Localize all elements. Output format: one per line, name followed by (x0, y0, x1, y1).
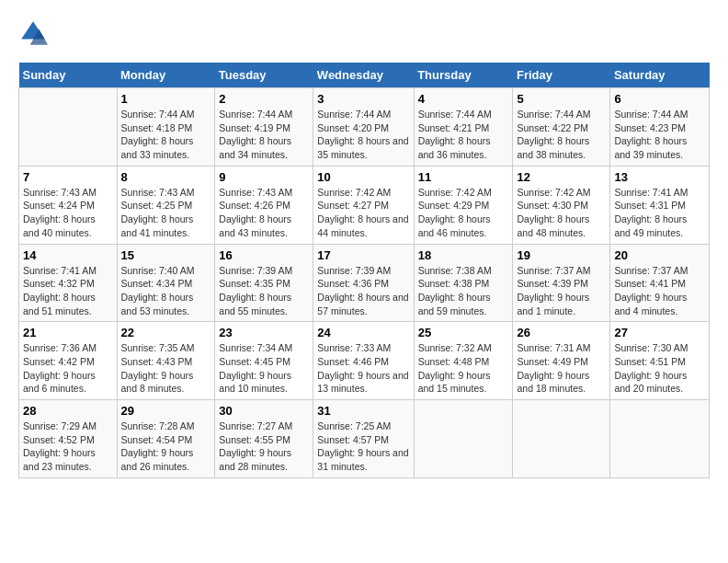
calendar-week-row: 21Sunrise: 7:36 AMSunset: 4:42 PMDayligh… (19, 322, 710, 400)
day-number: 16 (219, 248, 309, 262)
calendar-cell: 20Sunrise: 7:37 AMSunset: 4:41 PMDayligh… (610, 244, 710, 322)
weekday-header: Monday (117, 63, 215, 88)
day-number: 8 (121, 170, 211, 184)
logo-icon (18, 18, 48, 48)
day-number: 7 (23, 170, 113, 184)
day-info: Sunrise: 7:42 AMSunset: 4:27 PMDaylight:… (317, 186, 409, 240)
calendar-cell: 13Sunrise: 7:41 AMSunset: 4:31 PMDayligh… (610, 166, 710, 244)
day-info: Sunrise: 7:38 AMSunset: 4:38 PMDaylight:… (418, 264, 509, 318)
day-number: 23 (219, 326, 309, 339)
day-number: 24 (317, 326, 409, 339)
day-number: 15 (121, 248, 211, 262)
calendar-cell: 18Sunrise: 7:38 AMSunset: 4:38 PMDayligh… (414, 244, 513, 322)
calendar-cell: 17Sunrise: 7:39 AMSunset: 4:36 PMDayligh… (313, 244, 414, 322)
calendar-week-row: 1Sunrise: 7:44 AMSunset: 4:18 PMDaylight… (19, 88, 710, 167)
day-info: Sunrise: 7:28 AMSunset: 4:54 PMDaylight:… (121, 419, 211, 474)
day-info: Sunrise: 7:42 AMSunset: 4:30 PMDaylight:… (517, 186, 606, 240)
day-number: 22 (121, 326, 211, 339)
day-info: Sunrise: 7:36 AMSunset: 4:42 PMDaylight:… (23, 341, 113, 396)
day-info: Sunrise: 7:41 AMSunset: 4:32 PMDaylight:… (23, 264, 113, 318)
calendar-cell: 7Sunrise: 7:43 AMSunset: 4:24 PMDaylight… (19, 166, 118, 244)
calendar-cell: 14Sunrise: 7:41 AMSunset: 4:32 PMDayligh… (19, 244, 118, 322)
calendar-cell: 15Sunrise: 7:40 AMSunset: 4:34 PMDayligh… (117, 244, 215, 322)
day-info: Sunrise: 7:30 AMSunset: 4:51 PMDaylight:… (614, 341, 705, 396)
calendar-header-row: SundayMondayTuesdayWednesdayThursdayFrid… (19, 63, 710, 88)
day-number: 13 (614, 170, 705, 184)
day-info: Sunrise: 7:37 AMSunset: 4:41 PMDaylight:… (614, 264, 705, 318)
day-info: Sunrise: 7:44 AMSunset: 4:19 PMDaylight:… (219, 108, 309, 162)
day-number: 5 (517, 92, 606, 106)
weekday-header: Tuesday (215, 63, 313, 88)
day-number: 9 (219, 170, 309, 184)
calendar-cell: 31Sunrise: 7:25 AMSunset: 4:57 PMDayligh… (313, 400, 414, 478)
day-info: Sunrise: 7:25 AMSunset: 4:57 PMDaylight:… (317, 419, 409, 474)
calendar-cell: 3Sunrise: 7:44 AMSunset: 4:20 PMDaylight… (313, 88, 414, 167)
day-info: Sunrise: 7:37 AMSunset: 4:39 PMDaylight:… (517, 264, 606, 318)
weekday-header: Sunday (19, 63, 118, 88)
calendar-cell: 9Sunrise: 7:43 AMSunset: 4:26 PMDaylight… (215, 166, 313, 244)
calendar-cell: 4Sunrise: 7:44 AMSunset: 4:21 PMDaylight… (414, 88, 513, 167)
calendar-cell (513, 400, 610, 478)
day-number: 20 (614, 248, 705, 262)
day-info: Sunrise: 7:27 AMSunset: 4:55 PMDaylight:… (219, 419, 309, 474)
day-info: Sunrise: 7:43 AMSunset: 4:26 PMDaylight:… (219, 186, 309, 240)
calendar-cell: 2Sunrise: 7:44 AMSunset: 4:19 PMDaylight… (215, 88, 313, 167)
day-info: Sunrise: 7:35 AMSunset: 4:43 PMDaylight:… (121, 341, 211, 396)
calendar-cell: 28Sunrise: 7:29 AMSunset: 4:52 PMDayligh… (19, 400, 118, 478)
day-number: 26 (517, 326, 606, 339)
calendar-cell: 5Sunrise: 7:44 AMSunset: 4:22 PMDaylight… (513, 88, 610, 167)
day-info: Sunrise: 7:40 AMSunset: 4:34 PMDaylight:… (121, 264, 211, 318)
weekday-header: Friday (513, 63, 610, 88)
calendar-body: 1Sunrise: 7:44 AMSunset: 4:18 PMDaylight… (19, 88, 710, 478)
calendar-cell: 24Sunrise: 7:33 AMSunset: 4:46 PMDayligh… (313, 322, 414, 400)
day-info: Sunrise: 7:39 AMSunset: 4:36 PMDaylight:… (317, 264, 409, 318)
weekday-header: Thursday (414, 63, 513, 88)
calendar-cell (19, 88, 118, 167)
day-number: 29 (121, 404, 211, 418)
day-number: 17 (317, 248, 409, 262)
day-info: Sunrise: 7:31 AMSunset: 4:49 PMDaylight:… (517, 341, 606, 396)
day-number: 4 (418, 92, 509, 106)
calendar-cell: 1Sunrise: 7:44 AMSunset: 4:18 PMDaylight… (117, 88, 215, 167)
calendar-cell: 29Sunrise: 7:28 AMSunset: 4:54 PMDayligh… (117, 400, 215, 478)
weekday-header: Saturday (610, 63, 710, 88)
day-info: Sunrise: 7:44 AMSunset: 4:23 PMDaylight:… (614, 108, 705, 162)
calendar-cell (414, 400, 513, 478)
day-number: 27 (614, 326, 705, 339)
day-number: 28 (23, 404, 113, 418)
day-info: Sunrise: 7:43 AMSunset: 4:24 PMDaylight:… (23, 186, 113, 240)
calendar-week-row: 7Sunrise: 7:43 AMSunset: 4:24 PMDaylight… (19, 166, 710, 244)
day-number: 31 (317, 404, 409, 418)
calendar-cell: 27Sunrise: 7:30 AMSunset: 4:51 PMDayligh… (610, 322, 710, 400)
day-info: Sunrise: 7:32 AMSunset: 4:48 PMDaylight:… (418, 341, 509, 396)
calendar-cell (610, 400, 710, 478)
calendar-week-row: 14Sunrise: 7:41 AMSunset: 4:32 PMDayligh… (19, 244, 710, 322)
day-number: 19 (517, 248, 606, 262)
calendar-cell: 30Sunrise: 7:27 AMSunset: 4:55 PMDayligh… (215, 400, 313, 478)
calendar-cell: 19Sunrise: 7:37 AMSunset: 4:39 PMDayligh… (513, 244, 610, 322)
calendar-table: SundayMondayTuesdayWednesdayThursdayFrid… (18, 63, 710, 478)
day-number: 2 (219, 92, 309, 106)
calendar-week-row: 28Sunrise: 7:29 AMSunset: 4:52 PMDayligh… (19, 400, 710, 478)
day-number: 12 (517, 170, 606, 184)
calendar-cell: 21Sunrise: 7:36 AMSunset: 4:42 PMDayligh… (19, 322, 118, 400)
logo (18, 18, 51, 48)
day-number: 6 (614, 92, 705, 106)
calendar-cell: 6Sunrise: 7:44 AMSunset: 4:23 PMDaylight… (610, 88, 710, 167)
day-number: 3 (317, 92, 409, 106)
weekday-header: Wednesday (313, 63, 414, 88)
day-info: Sunrise: 7:43 AMSunset: 4:25 PMDaylight:… (121, 186, 211, 240)
day-info: Sunrise: 7:41 AMSunset: 4:31 PMDaylight:… (614, 186, 705, 240)
day-number: 11 (418, 170, 509, 184)
calendar-cell: 22Sunrise: 7:35 AMSunset: 4:43 PMDayligh… (117, 322, 215, 400)
day-info: Sunrise: 7:34 AMSunset: 4:45 PMDaylight:… (219, 341, 309, 396)
day-info: Sunrise: 7:29 AMSunset: 4:52 PMDaylight:… (23, 419, 113, 474)
page-header (18, 18, 710, 48)
calendar-cell: 25Sunrise: 7:32 AMSunset: 4:48 PMDayligh… (414, 322, 513, 400)
day-info: Sunrise: 7:44 AMSunset: 4:21 PMDaylight:… (418, 108, 509, 162)
calendar-cell: 8Sunrise: 7:43 AMSunset: 4:25 PMDaylight… (117, 166, 215, 244)
day-info: Sunrise: 7:33 AMSunset: 4:46 PMDaylight:… (317, 341, 409, 396)
day-info: Sunrise: 7:42 AMSunset: 4:29 PMDaylight:… (418, 186, 509, 240)
day-number: 21 (23, 326, 113, 339)
calendar-cell: 16Sunrise: 7:39 AMSunset: 4:35 PMDayligh… (215, 244, 313, 322)
